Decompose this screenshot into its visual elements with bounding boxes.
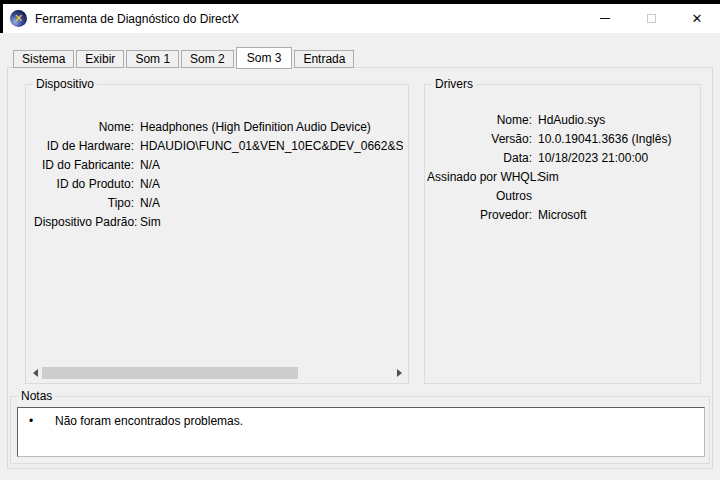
tab-strip: Sistema Exibir Som 1 Som 2 Som 3 Entrada [13,50,356,68]
field-label: Data: [427,149,532,168]
tab-som-1[interactable]: Som 1 [126,50,179,68]
tab-sistema[interactable]: Sistema [13,50,74,68]
field-value: N/A [140,156,403,175]
note-item: • Não foram encontrados problemas. [18,408,704,429]
driver-row-version: Versão: 10.0.19041.3636 (Inglês) [427,130,697,149]
driver-row-name: Nome: HdAudio.sys [427,111,697,130]
maximize-icon [647,14,656,23]
field-label: Tipo: [34,194,134,213]
field-value: Sim [538,168,697,187]
device-groupbox: Dispositivo Nome: Headphones (High Defin… [25,84,409,384]
bullet-icon: • [18,413,44,429]
notes-groupbox: Notas • Não foram encontrados problemas. [10,396,710,464]
field-label: Dispositivo Padrão: [34,213,134,232]
field-value: HDAUDIO\FUNC_01&VEN_10EC&DEV_0662&SUBSYS… [140,137,403,156]
maximize-button [628,4,674,33]
device-row-type: Tipo: N/A [34,194,403,213]
field-label: ID de Hardware: [34,137,134,156]
device-row-product-id: ID do Produto: N/A [34,175,403,194]
drivers-rows: Nome: HdAudio.sys Versão: 10.0.19041.363… [427,111,697,225]
notes-textbox[interactable]: • Não foram encontrados problemas. [17,407,705,457]
tab-exibir[interactable]: Exibir [76,50,124,68]
directx-cross-icon: ✕ [14,13,23,24]
directx-app-icon: ✕ [10,10,27,27]
scroll-left-button[interactable] [28,366,42,380]
field-value: Microsoft [538,206,697,225]
tab-som-2[interactable]: Som 2 [181,50,234,68]
scroll-right-icon [397,369,402,377]
close-icon: ✕ [692,12,703,25]
scrollbar-track[interactable] [42,366,392,380]
device-row-default-device: Dispositivo Padrão: Sim [34,213,403,232]
device-row-hardware-id: ID de Hardware: HDAUDIO\FUNC_01&VEN_10EC… [34,137,403,156]
field-label: Outros [427,187,532,206]
drivers-group-title: Drivers [432,77,476,91]
field-value: N/A [140,194,403,213]
field-value: 10.0.19041.3636 (Inglês) [538,130,697,149]
field-label: Versão: [427,130,532,149]
notes-group-title: Notas [18,389,55,403]
window-title: Ferramenta de Diagnóstico do DirectX [35,12,582,26]
field-label: Nome: [34,118,134,137]
scrollbar-thumb[interactable] [42,367,298,379]
driver-row-whql: Assinado por WHQL: Sim [427,168,697,187]
title-bar: ✕ Ferramenta de Diagnóstico do DirectX ✕ [0,4,720,33]
device-horizontal-scrollbar[interactable] [28,366,406,380]
field-value: 10/18/2023 21:00:00 [538,149,697,168]
field-label: ID do Produto: [34,175,134,194]
field-label: ID do Fabricante: [34,156,134,175]
note-text: Não foram encontrados problemas. [44,413,704,429]
field-value: N/A [140,175,403,194]
drivers-groupbox: Drivers Nome: HdAudio.sys Versão: 10.0.1… [424,84,701,384]
field-label: Nome: [427,111,532,130]
device-row-manufacturer-id: ID do Fabricante: N/A [34,156,403,175]
field-label: Assinado por WHQL: [427,168,532,187]
driver-row-provider: Provedor: Microsoft [427,206,697,225]
device-row-name: Nome: Headphones (High Definition Audio … [34,118,403,137]
device-rows: Nome: Headphones (High Definition Audio … [34,118,403,232]
scroll-right-button[interactable] [392,366,406,380]
minimize-icon [600,18,610,19]
window-controls: ✕ [582,4,720,33]
scroll-left-icon [33,369,38,377]
driver-row-other: Outros [427,187,697,206]
device-group-title: Dispositivo [33,77,97,91]
tab-entrada[interactable]: Entrada [294,50,354,68]
field-value: Headphones (High Definition Audio Device… [140,118,403,137]
field-value: HdAudio.sys [538,111,697,130]
tab-som-3[interactable]: Som 3 [236,47,293,69]
driver-row-date: Data: 10/18/2023 21:00:00 [427,149,697,168]
field-value [538,187,697,206]
minimize-button[interactable] [582,4,628,33]
dxdiag-window: ✕ Ferramenta de Diagnóstico do DirectX ✕… [0,0,720,480]
close-button[interactable]: ✕ [674,4,720,33]
field-label: Provedor: [427,206,532,225]
field-value: Sim [140,213,403,232]
